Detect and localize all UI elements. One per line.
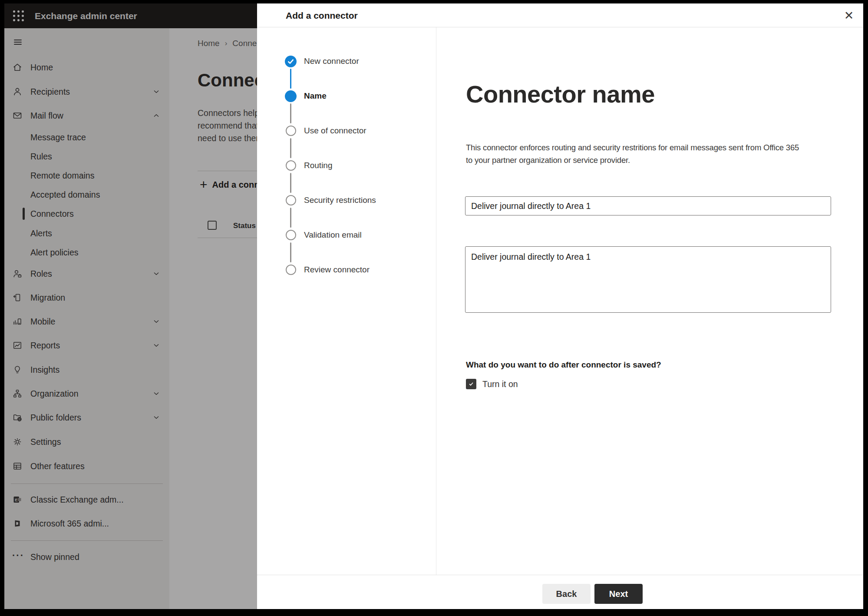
turn-it-on-label[interactable]: Turn it on [482, 379, 518, 389]
step-upcoming-circle [286, 126, 296, 136]
add-connector-dialog: Add a connector ✕ New connector Name Use… [257, 3, 863, 609]
step-routing: Routing [257, 159, 436, 172]
step-description: This connector enforces routing and secu… [466, 141, 799, 166]
step-connector-line [290, 69, 291, 89]
step-label: Use of connector [304, 125, 366, 137]
name-input[interactable] [465, 196, 831, 215]
description-line: This connector enforces routing and secu… [466, 141, 799, 154]
step-connector-line [290, 242, 291, 262]
step-connector-line [290, 103, 291, 123]
back-button[interactable]: Back [542, 584, 591, 604]
step-upcoming-circle [286, 160, 296, 171]
step-new-connector[interactable]: New connector [257, 55, 436, 67]
step-heading: Connector name [466, 80, 655, 108]
step-upcoming-circle [286, 195, 296, 205]
step-use-of-connector: Use of connector [257, 125, 436, 137]
step-label: Security restrictions [304, 194, 376, 206]
step-label: Name [304, 90, 327, 102]
step-security-restrictions: Security restrictions [257, 194, 436, 206]
step-upcoming-circle [286, 230, 296, 240]
step-current-dot [285, 90, 297, 102]
dialog-header: Add a connector ✕ [257, 3, 863, 27]
step-label: New connector [304, 55, 359, 67]
wizard-steps-panel: New connector Name Use of connector Rout… [257, 27, 436, 575]
step-label: Validation email [304, 229, 362, 241]
after-save-question: What do you want to do after connector i… [466, 360, 661, 370]
turn-it-on-checkbox-row[interactable]: Turn it on [466, 379, 518, 389]
dialog-footer: Back Next [257, 575, 863, 609]
close-icon[interactable]: ✕ [839, 6, 859, 25]
wizard-content: Connector name This connector enforces r… [465, 27, 831, 575]
step-connector-line [290, 173, 291, 193]
step-connector-line [290, 138, 291, 158]
step-validation-email: Validation email [257, 229, 436, 241]
step-connector-line [290, 208, 291, 228]
step-completed-check-icon [285, 56, 297, 67]
description-textarea[interactable]: Deliver journal directly to Area 1 [465, 246, 831, 313]
step-label: Review connector [304, 264, 370, 276]
step-name[interactable]: Name [257, 90, 436, 102]
dialog-title: Add a connector [286, 3, 358, 27]
checkbox-checked-icon[interactable] [466, 379, 476, 389]
step-review-connector: Review connector [257, 264, 436, 276]
app-window: Exchange admin center Home Recipients Ma… [4, 3, 863, 609]
step-label: Routing [304, 159, 333, 172]
description-line: to your partner organization or service … [466, 154, 799, 166]
next-button[interactable]: Next [594, 584, 643, 604]
step-upcoming-circle [286, 265, 296, 275]
